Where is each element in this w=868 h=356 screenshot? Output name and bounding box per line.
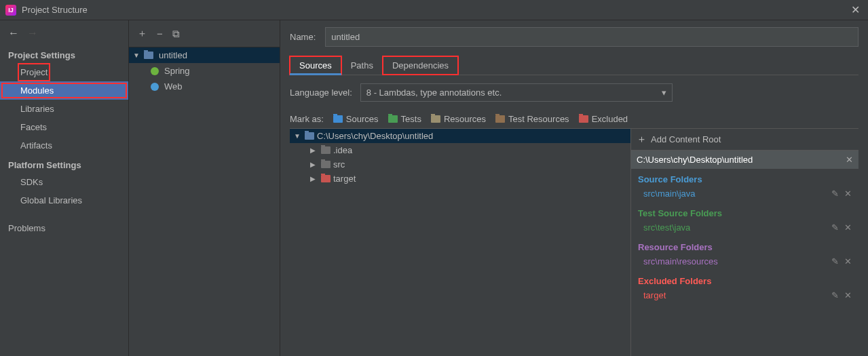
nav-libraries[interactable]: Libraries xyxy=(0,100,128,118)
mark-excluded-button[interactable]: Excluded xyxy=(579,114,628,124)
remove-module-icon[interactable]: − xyxy=(157,28,163,39)
nav-facets[interactable]: Facets xyxy=(0,118,128,136)
module-tree-panel: ＋ − ⧉ ▼ untitled Spring Web xyxy=(129,20,280,356)
expand-icon[interactable]: ▼ xyxy=(133,52,141,59)
name-label: Name: xyxy=(290,32,316,42)
module-root[interactable]: ▼ untitled xyxy=(129,47,280,63)
nav-back-icon[interactable]: ← xyxy=(8,27,19,39)
folder-group-header: Source Folders xyxy=(631,169,858,187)
nav-global-libraries[interactable]: Global Libraries xyxy=(0,191,128,210)
content-roots-panel: ＋ Add Content Root C:\Users\chy\Desktop\… xyxy=(630,129,858,356)
mark-sources-button[interactable]: Sources xyxy=(333,114,379,124)
expand-icon[interactable]: ▶ xyxy=(310,175,318,182)
tree-child-label: src xyxy=(333,159,345,170)
language-level-value: 8 - Lambdas, type annotations etc. xyxy=(366,87,502,98)
remove-icon[interactable]: ✕ xyxy=(844,290,852,300)
spring-icon xyxy=(151,67,159,75)
folder-item[interactable]: src\main\java✎✕ xyxy=(631,187,858,203)
mark-label: Excluded xyxy=(592,114,628,124)
mark-label: Test Resources xyxy=(508,114,569,124)
edit-icon[interactable]: ✎ xyxy=(831,256,839,266)
folder-group-header: Test Source Folders xyxy=(631,203,858,221)
web-icon xyxy=(151,83,159,91)
remove-root-icon[interactable]: ✕ xyxy=(846,155,853,165)
titlebar: IJ Project Structure ✕ xyxy=(0,0,868,20)
expand-icon[interactable]: ▼ xyxy=(294,132,302,140)
close-icon[interactable]: ✕ xyxy=(848,3,863,16)
folder-group-header: Resource Folders xyxy=(631,237,858,255)
mark-as-label: Mark as: xyxy=(290,114,324,124)
module-child-label: Web xyxy=(164,81,183,92)
mark-label: Resources xyxy=(444,114,486,124)
mark-tests-button[interactable]: Tests xyxy=(388,114,421,124)
language-level-select[interactable]: 8 - Lambdas, type annotations etc. xyxy=(360,83,673,102)
edit-icon[interactable]: ✎ xyxy=(831,222,839,233)
tab-paths[interactable]: Paths xyxy=(341,56,383,75)
mark-resources-button[interactable]: Resources xyxy=(431,114,486,124)
expand-icon[interactable]: ▶ xyxy=(310,146,318,154)
copy-module-icon[interactable]: ⧉ xyxy=(172,28,180,40)
folder-icon xyxy=(321,161,331,168)
tree-root-row[interactable]: ▼ C:\Users\chy\Desktop\untitled xyxy=(290,129,630,143)
edit-icon[interactable]: ✎ xyxy=(831,290,839,300)
content-root-path: C:\Users\chy\Desktop\untitled xyxy=(637,155,753,165)
folder-item[interactable]: src\main\resources✎✕ xyxy=(631,255,858,271)
nav-modules[interactable]: Modules xyxy=(0,81,128,100)
folder-item-path: src\test\java xyxy=(643,222,827,233)
module-child-spring[interactable]: Spring xyxy=(129,63,280,79)
nav-forward-icon: → xyxy=(27,27,38,39)
folder-icon xyxy=(388,115,398,123)
add-content-root-label[interactable]: Add Content Root xyxy=(651,134,721,144)
nav-problems[interactable]: Problems xyxy=(0,219,128,237)
nav-artifacts[interactable]: Artifacts xyxy=(0,136,128,155)
folder-icon xyxy=(321,175,331,182)
mark-testresources-button[interactable]: Test Resources xyxy=(495,114,569,124)
content-tree: ▼ C:\Users\chy\Desktop\untitled ▶ .idea … xyxy=(290,129,630,356)
remove-icon[interactable]: ✕ xyxy=(844,256,852,266)
folder-icon xyxy=(321,146,331,154)
nav-project[interactable]: Project xyxy=(18,63,50,81)
tree-child-label: .idea xyxy=(333,145,352,155)
mark-label: Sources xyxy=(346,114,379,124)
folder-icon xyxy=(305,132,314,140)
module-name-input[interactable] xyxy=(325,27,858,47)
language-level-label: Language level: xyxy=(290,87,352,98)
folder-group-header: Excluded Folders xyxy=(631,271,858,289)
app-icon: IJ xyxy=(5,5,16,16)
add-content-root-icon[interactable]: ＋ xyxy=(637,133,647,146)
module-child-web[interactable]: Web xyxy=(129,79,280,94)
folder-icon xyxy=(431,115,440,123)
tab-sources[interactable]: Sources xyxy=(290,56,341,75)
folder-item-path: src\main\resources xyxy=(643,256,827,266)
mark-label: Tests xyxy=(401,114,421,124)
left-nav-panel: ← → Project Settings Project Modules Lib… xyxy=(0,20,129,356)
tree-child-idea[interactable]: ▶ .idea xyxy=(290,143,630,157)
tree-child-label: target xyxy=(333,174,356,184)
add-module-icon[interactable]: ＋ xyxy=(137,27,147,40)
section-project-settings: Project Settings xyxy=(0,45,128,63)
folder-item[interactable]: target✎✕ xyxy=(631,289,858,304)
edit-icon[interactable]: ✎ xyxy=(831,189,839,199)
module-child-label: Spring xyxy=(164,66,190,76)
window-title: Project Structure xyxy=(22,5,88,15)
folder-icon xyxy=(495,115,505,123)
tab-dependencies[interactable]: Dependencies xyxy=(383,56,458,75)
section-platform-settings: Platform Settings xyxy=(0,155,128,173)
folder-icon xyxy=(144,52,153,59)
module-root-label: untitled xyxy=(159,50,187,60)
folder-item[interactable]: src\test\java✎✕ xyxy=(631,221,858,237)
folder-icon xyxy=(333,115,343,123)
nav-sdks[interactable]: SDKs xyxy=(0,173,128,191)
tree-child-src[interactable]: ▶ src xyxy=(290,157,630,172)
expand-icon[interactable]: ▶ xyxy=(310,161,318,168)
remove-icon[interactable]: ✕ xyxy=(844,222,852,233)
tree-root-label: C:\Users\chy\Desktop\untitled xyxy=(317,131,433,141)
folder-item-path: src\main\java xyxy=(643,189,827,199)
remove-icon[interactable]: ✕ xyxy=(844,189,852,199)
folder-icon xyxy=(579,115,588,123)
folder-item-path: target xyxy=(643,290,827,300)
content-root-path-row[interactable]: C:\Users\chy\Desktop\untitled ✕ xyxy=(631,151,858,169)
tree-child-target[interactable]: ▶ target xyxy=(290,172,630,186)
module-details-panel: Name: Sources Paths Dependencies Languag… xyxy=(280,20,868,356)
